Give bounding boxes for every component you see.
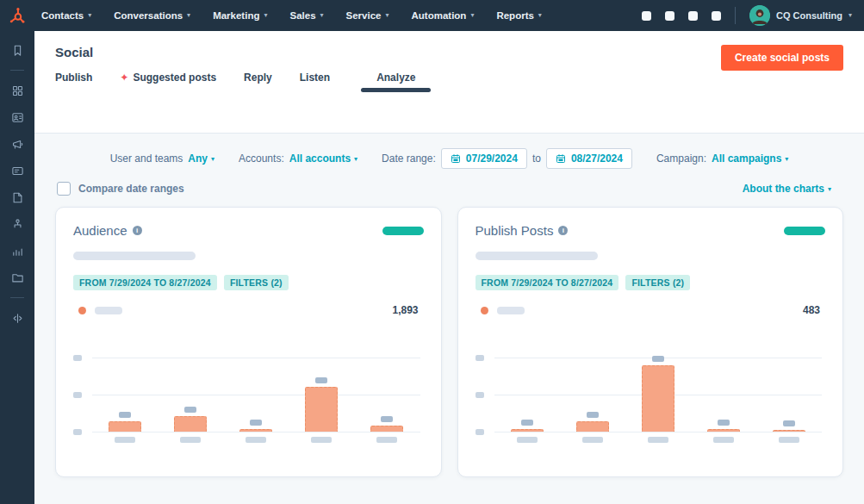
tab-analyze[interactable]: Analyze [376,72,415,95]
x-axis-label-skeleton [311,437,332,443]
left-sidebar [0,31,34,504]
chart-cards-row: Audience i FROM 7/29/2024 TO 8/27/2024 F… [34,207,864,477]
date-range-badge: FROM 7/29/2024 TO 8/27/2024 [476,275,619,290]
legend-label-skeleton [95,307,122,314]
sidebar-contacts-icon[interactable] [10,110,24,124]
user-avatar [749,5,770,26]
topnav-items: Contacts▾Conversations▾Marketing▾Sales▾S… [41,10,542,21]
filters-badge: FILTERS (2) [625,275,690,290]
accounts-label: Accounts: [239,152,284,165]
hubspot-logo[interactable] [0,6,34,25]
bar-value-skeleton [119,412,131,418]
content-area: User and teams Any ▾ Accounts: All accou… [34,133,864,504]
bars-container [92,339,420,432]
accounts-dropdown[interactable]: All accounts ▾ [289,152,357,165]
chevron-down-icon: ▾ [264,12,267,19]
sidebar-tag-icon[interactable] [10,190,24,204]
tab-suggested-posts[interactable]: ✦Suggested posts [120,72,216,95]
card-title: Publish Posts [476,223,554,238]
filter-campaign: Campaign: All campaigns ▾ [656,152,788,165]
sidebar-folder-icon[interactable] [10,271,24,284]
tab-reply[interactable]: Reply [244,72,272,95]
filter-bar: User and teams Any ▾ Accounts: All accou… [34,148,864,169]
dropdown-skeleton-pill [382,227,424,235]
y-axis-label-skeleton [476,392,484,398]
nav-item-sales[interactable]: Sales▾ [289,10,323,21]
account-name: CQ Consulting [776,10,842,21]
about-the-charts-dropdown[interactable]: About the charts ▾ [743,183,831,195]
sidebar-bookmark-icon[interactable] [10,43,24,57]
nav-item-conversations[interactable]: Conversations▾ [114,10,190,21]
bar-value-skeleton [652,356,664,362]
chevron-down-icon: ▾ [187,12,190,19]
date-to-input[interactable]: 08/27/2024 [546,148,632,169]
bar-group [174,407,207,432]
to-label: to [532,152,541,165]
account-menu[interactable]: CQ Consulting ▾ [749,5,852,26]
chevron-down-icon: ▾ [385,12,388,19]
nav-item-service[interactable]: Service▾ [346,10,389,21]
compare-checkbox[interactable] [57,182,71,196]
tab-listen[interactable]: Listen [300,72,330,95]
chevron-down-icon: ▾ [320,12,324,19]
nav-icon-placeholder[interactable] [642,11,651,21]
y-axis-label-skeleton [73,392,82,398]
bar-group [576,412,609,432]
bar [773,430,805,432]
sidebar-divider [10,297,24,298]
bar [511,429,544,432]
tab-publish[interactable]: Publish [55,72,92,95]
top-navigation-bar: Contacts▾Conversations▾Marketing▾Sales▾S… [0,0,864,31]
legend-label-skeleton [497,307,525,314]
chevron-down-icon: ▾ [828,185,831,193]
filters-badge: FILTERS (2) [224,275,289,290]
x-axis-label-skeleton [115,437,135,443]
nav-item-reports[interactable]: Reports▾ [496,10,541,21]
sidebar-megaphone-icon[interactable] [10,137,24,151]
info-icon[interactable]: i [558,226,568,235]
bar [707,429,740,432]
nav-item-contacts[interactable]: Contacts▾ [41,10,91,21]
x-axis-label-skeleton [376,437,397,443]
legend-dot [481,307,488,314]
bar [109,421,141,432]
sidebar-workflow-icon[interactable] [10,217,24,231]
sparkle-icon: ✦ [120,72,128,84]
nav-item-marketing[interactable]: Marketing▾ [213,10,267,21]
calendar-icon [451,153,461,164]
tab-bar: Publish✦Suggested postsReplyListenAnalyz… [55,72,843,95]
compare-label: Compare date ranges [78,183,184,195]
sidebar-bar-chart-icon[interactable] [10,244,24,258]
nav-icon-placeholder[interactable] [665,11,674,21]
user-teams-dropdown[interactable]: Any ▾ [188,152,214,165]
bar-value-skeleton [381,416,393,422]
nav-item-automation[interactable]: Automation▾ [412,10,475,21]
bar-value-skeleton [184,407,196,413]
audience-card: Audience i FROM 7/29/2024 TO 8/27/2024 F… [55,207,442,477]
bar-group [773,420,805,432]
sidebar-grid-icon[interactable] [10,84,24,97]
chevron-down-icon: ▾ [88,12,91,19]
subtitle-skeleton [73,252,196,260]
bar [642,365,674,432]
y-axis-label-skeleton [476,429,484,435]
nav-icon-placeholder[interactable] [712,11,721,21]
x-axis-label-skeleton [180,437,201,443]
nav-icon-placeholder[interactable] [688,11,698,21]
sidebar-id-card-icon[interactable] [10,164,24,177]
bar [305,387,338,432]
chevron-down-icon: ▾ [354,155,357,163]
sprocket-icon [8,6,27,25]
x-axis-label-skeleton [517,437,538,443]
campaign-dropdown[interactable]: All campaigns ▾ [712,152,788,165]
publish-posts-bar-chart [476,339,826,451]
sidebar-collapse-icon[interactable] [10,311,24,325]
bar-group [642,356,674,432]
bar-group [511,420,544,432]
chevron-down-icon: ▾ [211,155,214,163]
info-icon[interactable]: i [133,226,142,235]
date-from-input[interactable]: 07/29/2024 [441,148,527,169]
create-social-posts-button[interactable]: Create social posts [721,45,843,71]
bar-value-skeleton [587,412,599,418]
date-range-badge: FROM 7/29/2024 TO 8/27/2024 [73,275,217,290]
